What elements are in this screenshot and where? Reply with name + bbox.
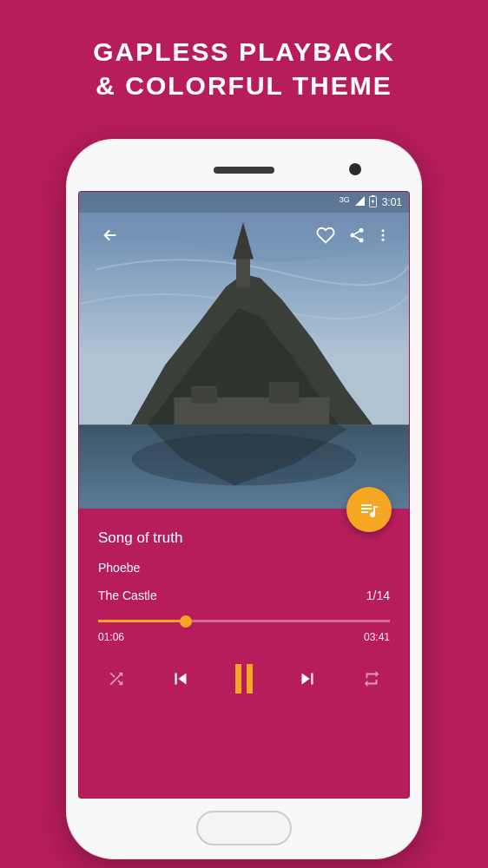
phone-camera — [349, 163, 361, 175]
signal-icon — [354, 195, 366, 209]
more-button[interactable] — [373, 220, 393, 251]
svg-point-10 — [351, 233, 355, 238]
album-name: The Castle — [98, 589, 157, 602]
svg-point-13 — [382, 234, 385, 237]
next-button[interactable] — [296, 667, 319, 690]
repeat-button[interactable] — [362, 669, 381, 688]
seek-bar[interactable] — [98, 620, 390, 622]
svg-rect-6 — [191, 386, 217, 404]
artist-name: Phoebe — [98, 561, 390, 575]
track-position: 1/14 — [366, 589, 390, 602]
clock: 3:01 — [382, 196, 402, 208]
favorite-button[interactable] — [310, 220, 341, 251]
playback-controls — [98, 664, 390, 694]
svg-point-12 — [382, 229, 385, 232]
song-title: Song of truth — [98, 529, 390, 547]
previous-button[interactable] — [169, 667, 192, 690]
pause-icon — [235, 664, 253, 694]
duration-time: 03:41 — [364, 631, 390, 643]
phone-speaker — [214, 167, 274, 174]
back-button[interactable] — [95, 220, 126, 251]
elapsed-time: 01:06 — [98, 631, 124, 643]
pause-button[interactable] — [235, 664, 253, 694]
svg-rect-7 — [269, 382, 300, 404]
svg-point-11 — [359, 238, 364, 242]
seek-thumb[interactable] — [180, 615, 192, 628]
network-label: 3G — [340, 195, 350, 204]
top-actions — [79, 220, 409, 251]
seek-fill — [98, 620, 186, 622]
phone-home-button[interactable] — [196, 811, 292, 845]
shuffle-button[interactable] — [107, 669, 126, 688]
player-panel: Song of truth Phoebe The Castle 1/14 01:… — [79, 509, 409, 798]
app-screen: 3G 3:01 — [78, 191, 410, 799]
battery-icon — [369, 195, 377, 210]
promo-title: GAPLESS PLAYBACK & COLORFUL THEME — [0, 0, 488, 102]
status-bar: 3G 3:01 — [79, 192, 409, 213]
svg-point-14 — [382, 239, 385, 241]
share-button[interactable] — [341, 220, 373, 251]
phone-frame: 3G 3:01 — [66, 139, 422, 859]
album-art — [79, 192, 409, 509]
queue-fab[interactable] — [346, 487, 392, 532]
svg-rect-1 — [371, 195, 374, 197]
svg-point-9 — [359, 228, 364, 233]
svg-point-8 — [132, 434, 357, 486]
